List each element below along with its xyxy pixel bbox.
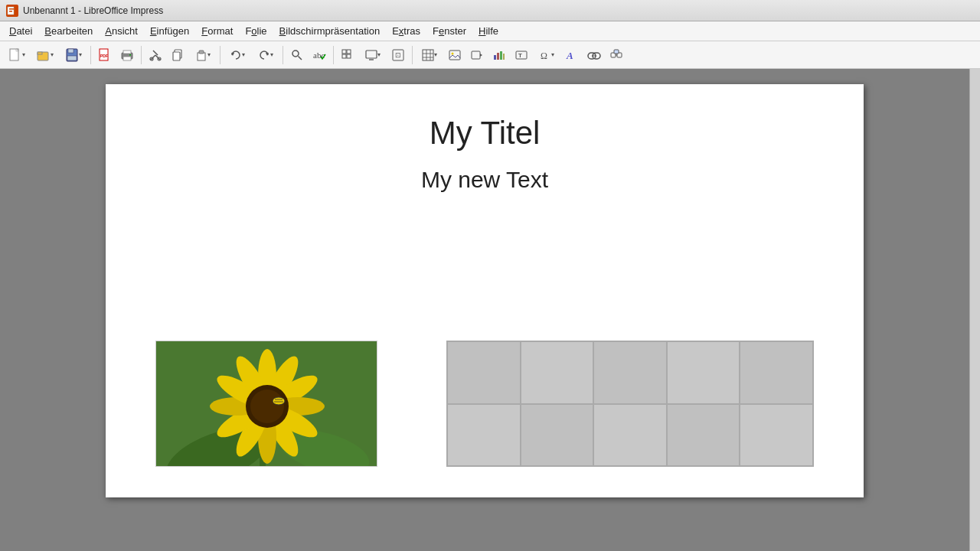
svg-text:T: T: [518, 52, 522, 59]
svg-rect-36: [369, 59, 374, 60]
insert-textbox-button[interactable]: T: [511, 44, 532, 66]
menu-fenster[interactable]: Fenster: [426, 23, 472, 39]
undo-icon: [230, 49, 242, 61]
insert-chart-button[interactable]: [488, 44, 510, 66]
table-cell[interactable]: [667, 404, 740, 467]
menu-datei[interactable]: Datei: [3, 23, 38, 39]
slide-title[interactable]: My Titel: [106, 84, 864, 152]
hyperlink-button[interactable]: [583, 44, 605, 66]
display-dropdown-arrow[interactable]: ▾: [377, 51, 381, 58]
table-cell[interactable]: [447, 341, 521, 404]
special-chars-button[interactable]: Ω ▾: [533, 44, 560, 66]
save-button[interactable]: ▾: [60, 44, 87, 66]
slide-area[interactable]: My Titel My new Text: [0, 69, 969, 551]
svg-text:A: A: [566, 50, 573, 61]
extensions-button[interactable]: [606, 44, 627, 66]
menu-hilfe[interactable]: Hilfe: [472, 23, 505, 39]
save-icon: [65, 48, 79, 62]
svg-rect-51: [503, 54, 505, 60]
sep-6: [412, 46, 413, 64]
undo-dropdown-arrow[interactable]: ▾: [242, 51, 245, 58]
paste-icon: [195, 49, 207, 61]
menu-format[interactable]: Format: [195, 23, 239, 39]
table-icon: [422, 49, 434, 61]
open-icon: [37, 48, 51, 62]
insert-video-button[interactable]: [466, 44, 488, 66]
grid-button[interactable]: [337, 44, 358, 66]
textbox-icon: T: [515, 49, 528, 61]
svg-rect-23: [173, 52, 180, 60]
export-pdf-icon: PDF: [98, 48, 112, 62]
find-button[interactable]: [286, 44, 308, 66]
table-dropdown-arrow[interactable]: ▾: [434, 51, 437, 58]
menu-bildschirm[interactable]: Bildschirmpräsentation: [273, 23, 387, 39]
export-pdf-button[interactable]: PDF: [94, 44, 116, 66]
slide-canvas[interactable]: My Titel My new Text: [106, 84, 864, 497]
hyperlink-icon: [587, 49, 601, 61]
table-cell[interactable]: [593, 341, 667, 404]
sep-2: [141, 46, 142, 64]
menu-bearbeiten[interactable]: Bearbeiten: [38, 23, 99, 39]
menu-ansicht[interactable]: Ansicht: [99, 23, 144, 39]
special-chars-dropdown-arrow[interactable]: ▾: [551, 51, 554, 58]
menu-einfuegen[interactable]: Einfügen: [144, 23, 195, 39]
svg-rect-60: [614, 50, 619, 54]
scrollbar-right[interactable]: [969, 69, 980, 551]
svg-marker-47: [480, 54, 482, 57]
svg-rect-24: [198, 53, 205, 60]
sunflower-svg: [156, 341, 377, 467]
new-button[interactable]: ▾: [3, 44, 31, 66]
svg-rect-16: [129, 54, 131, 56]
display-icon: [365, 49, 377, 61]
sep-1: [90, 46, 91, 64]
cut-icon: [149, 49, 162, 61]
print-button[interactable]: [116, 44, 138, 66]
tab-order-icon: ⊡: [392, 49, 404, 61]
menu-folie[interactable]: Folie: [239, 23, 273, 39]
table-cell[interactable]: [521, 341, 594, 404]
table-cell[interactable]: [593, 404, 667, 467]
redo-dropdown-arrow[interactable]: ▾: [270, 51, 273, 58]
undo-button[interactable]: ▾: [224, 44, 251, 66]
grid-icon: [341, 49, 354, 61]
image-icon: [449, 49, 461, 61]
table-cell[interactable]: [521, 404, 594, 467]
redo-button[interactable]: ▾: [252, 44, 279, 66]
menu-extras[interactable]: Extras: [386, 23, 426, 39]
slide-subtitle[interactable]: My new Text: [106, 152, 864, 193]
svg-text:PDF: PDF: [100, 54, 108, 58]
svg-point-28: [292, 51, 299, 57]
table-cell[interactable]: [447, 404, 521, 467]
open-button[interactable]: ▾: [31, 44, 59, 66]
open-dropdown-arrow[interactable]: ▾: [51, 51, 54, 58]
tab-order-button[interactable]: ⊡: [387, 44, 409, 66]
svg-rect-50: [500, 51, 502, 60]
paste-button[interactable]: ▾: [189, 44, 217, 66]
sep-5: [333, 46, 334, 64]
svg-rect-48: [494, 55, 496, 60]
table-cell[interactable]: [740, 404, 813, 467]
svg-rect-9: [68, 49, 74, 53]
fontwork-button[interactable]: A: [561, 44, 583, 66]
insert-image-button[interactable]: [444, 44, 466, 66]
cut-button[interactable]: [145, 44, 166, 66]
svg-rect-2: [9, 11, 12, 12]
spellcheck-icon: abc: [312, 49, 326, 61]
insert-table-button[interactable]: ▾: [416, 44, 443, 66]
redo-icon: [258, 49, 270, 61]
paste-dropdown-arrow[interactable]: ▾: [207, 51, 211, 58]
save-dropdown-arrow[interactable]: ▾: [79, 51, 82, 58]
display-button[interactable]: ▾: [359, 44, 387, 66]
spellcheck-button[interactable]: abc: [309, 44, 330, 66]
table-cell[interactable]: [740, 341, 813, 404]
svg-rect-7: [38, 52, 42, 54]
slide-table[interactable]: [446, 341, 814, 467]
copy-button[interactable]: [167, 44, 188, 66]
svg-rect-31: [342, 50, 346, 54]
svg-rect-39: [423, 50, 433, 60]
slide-image[interactable]: [155, 341, 377, 467]
table-cell[interactable]: [667, 341, 740, 404]
new-dropdown-arrow[interactable]: ▾: [22, 51, 25, 58]
svg-line-21: [153, 51, 158, 55]
svg-point-45: [452, 52, 454, 54]
